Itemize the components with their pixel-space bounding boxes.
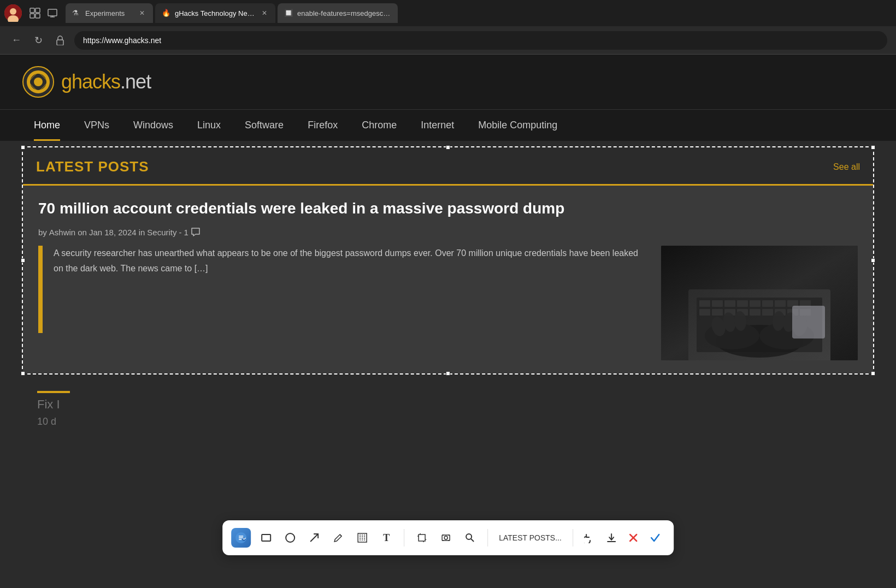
handle-tr[interactable] (871, 145, 875, 150)
handle-bm[interactable] (446, 371, 450, 376)
svg-line-48 (310, 534, 318, 542)
highlight-tool-button[interactable] (351, 527, 373, 549)
nav-item-internet[interactable]: Internet (409, 110, 466, 141)
svg-point-1 (10, 8, 16, 15)
handle-mr[interactable] (871, 258, 875, 263)
below-fold-accent (37, 391, 70, 393)
article-category[interactable]: Security (147, 228, 176, 237)
article-image (661, 246, 858, 360)
arrow-tool-button[interactable] (303, 527, 325, 549)
article-in: in (139, 228, 145, 237)
svg-rect-6 (36, 14, 40, 18)
svg-rect-7 (48, 9, 57, 16)
svg-rect-25 (787, 300, 798, 307)
svg-rect-46 (262, 534, 270, 541)
website-content: ghacks.net Home VPNs Windows Linux Softw… (0, 55, 896, 546)
toolbar-divider-1 (404, 529, 404, 547)
tab-edge-features[interactable]: 🔲 enable-features=msedgescreen... (278, 3, 398, 23)
tab-label-ghacks: gHacks Technology News and A... (175, 9, 256, 17)
svg-rect-19 (712, 300, 723, 307)
site-logo: ghacks.net (22, 66, 151, 98)
lock-icon (52, 33, 68, 48)
handle-tm[interactable] (446, 145, 450, 150)
svg-line-66 (471, 539, 474, 542)
pen-tool-button[interactable] (327, 527, 349, 549)
article-meta: by Ashwin on Jan 18, 2024 in Security - … (38, 227, 858, 237)
svg-rect-10 (57, 40, 63, 45)
toolbar-label: LATEST POSTS... (494, 533, 566, 542)
logo-text: ghacks.net (61, 70, 151, 93)
nav-item-vpns[interactable]: VPNs (72, 110, 121, 141)
profile-icon[interactable] (4, 4, 22, 22)
article-comment-count: 1 (184, 228, 188, 237)
svg-rect-31 (750, 309, 761, 316)
svg-rect-5 (30, 14, 34, 18)
svg-rect-28 (712, 309, 723, 316)
tab-favicon-edge: 🔲 (284, 9, 293, 17)
article-on: on (78, 228, 87, 237)
article-dash: - (179, 228, 182, 237)
below-fold-subtitle: 10 d (37, 416, 859, 427)
download-button[interactable] (602, 528, 621, 548)
address-bar: ← ↻ (0, 26, 896, 55)
svg-rect-22 (750, 300, 761, 307)
svg-point-47 (286, 533, 294, 542)
nav-item-windows[interactable]: Windows (121, 110, 185, 141)
nav-item-linux[interactable]: Linux (185, 110, 233, 141)
handle-br[interactable] (871, 371, 875, 376)
tab-experiments[interactable]: ⚗ Experiments ✕ (66, 3, 153, 23)
nav-item-firefox[interactable]: Firefox (296, 110, 350, 141)
article-author[interactable]: Ashwin (49, 228, 75, 237)
browser-chrome: ⚗ Experiments ✕ 🔥 gHacks Technology News… (0, 0, 896, 55)
article-title[interactable]: 70 million account credentials were leak… (38, 199, 858, 218)
crop-tool-button[interactable] (411, 527, 433, 549)
undo-button[interactable] (580, 528, 599, 548)
handle-tl[interactable] (21, 145, 25, 150)
tab-close-ghacks[interactable]: ✕ (260, 9, 269, 17)
reload-button[interactable]: ↻ (31, 33, 46, 48)
nav-item-mobile[interactable]: Mobile Computing (466, 110, 569, 141)
back-button[interactable]: ← (9, 33, 24, 48)
svg-point-13 (34, 78, 43, 86)
text-tool-button[interactable]: T (375, 527, 397, 549)
tab-group-icon-1[interactable] (28, 7, 42, 20)
cancel-button[interactable] (623, 528, 643, 548)
nav-item-chrome[interactable]: Chrome (350, 110, 409, 141)
handle-ml[interactable] (21, 258, 25, 263)
nav-item-software[interactable]: Software (233, 110, 296, 141)
svg-rect-35 (800, 309, 811, 316)
screen-capture-button[interactable] (435, 527, 457, 549)
search-tool-button[interactable] (459, 527, 481, 549)
ellipse-tool-button[interactable] (279, 527, 301, 549)
article-excerpt: A security researcher has unearthed what… (54, 246, 648, 333)
confirm-button[interactable] (645, 528, 665, 548)
tab-favicon-ghacks: 🔥 (162, 9, 170, 17)
svg-point-65 (466, 534, 471, 539)
tab-close-experiments[interactable]: ✕ (138, 9, 146, 17)
below-fold-title: Fix I (37, 397, 859, 412)
rectangle-tool-button[interactable] (255, 527, 277, 549)
tab-group-icon-2[interactable] (46, 7, 59, 20)
article-body: A security researcher has unearthed what… (38, 246, 858, 360)
laptop-illustration (661, 246, 858, 360)
see-all-link[interactable]: See all (833, 162, 860, 172)
logo-icon (22, 66, 55, 98)
svg-rect-24 (775, 300, 786, 307)
below-fold: Fix I 10 d (0, 380, 896, 438)
tab-favicon-experiments: ⚗ (72, 9, 81, 17)
svg-rect-21 (737, 300, 748, 307)
comment-icon[interactable] (191, 227, 201, 237)
address-input[interactable] (74, 31, 887, 50)
main-content: LATEST POSTS See all 70 million account … (0, 146, 896, 438)
svg-point-60 (444, 536, 447, 539)
tab-label-edge: enable-features=msedgescreen... (297, 9, 391, 17)
handle-bl[interactable] (21, 371, 25, 376)
svg-rect-20 (724, 300, 735, 307)
site-header: ghacks.net (0, 55, 896, 109)
tab-label-experiments: Experiments (85, 9, 133, 17)
tab-ghacks[interactable]: 🔥 gHacks Technology News and A... ✕ (155, 3, 275, 23)
toolbar-divider-2 (487, 529, 488, 547)
svg-rect-23 (762, 300, 773, 307)
nav-item-home[interactable]: Home (22, 110, 72, 141)
article-card: 70 million account credentials were leak… (23, 184, 873, 373)
